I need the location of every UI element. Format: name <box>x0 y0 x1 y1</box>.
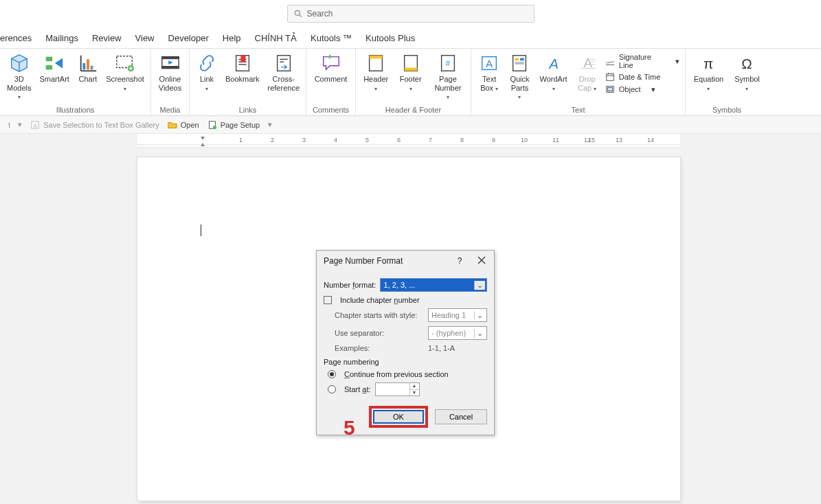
group-label: Text <box>471 104 685 115</box>
tab-kutools-plus[interactable]: Kutools Plus <box>365 33 415 43</box>
btn-label: TextBox ▾ <box>480 75 498 92</box>
bookmark-button[interactable]: Bookmark <box>223 51 262 85</box>
header-icon <box>365 53 386 73</box>
ok-button[interactable]: OK <box>373 410 424 424</box>
screenshot-button[interactable]: Screenshot▾ <box>104 51 146 93</box>
spin-down[interactable]: ▼ <box>410 390 419 396</box>
text-cursor <box>201 225 201 236</box>
group-comments: Comment Comments <box>306 49 356 115</box>
tab-view[interactable]: View <box>135 33 155 43</box>
date-time-button[interactable]: Date & Time <box>604 72 681 82</box>
btn-label: Object <box>619 85 641 93</box>
chevron-down-icon: ⌄ <box>474 329 485 338</box>
text-box-button[interactable]: A TextBox ▾ <box>475 51 503 93</box>
svg-text:9: 9 <box>492 137 495 144</box>
svg-text:#: # <box>446 59 451 67</box>
smartart-button[interactable]: SmartArt <box>36 51 71 85</box>
select-value: - (hyphen) <box>431 329 466 337</box>
svg-text:10: 10 <box>521 137 528 144</box>
number-format-label: Number format: <box>324 281 376 289</box>
signature-line-button[interactable]: Signature Line ▾ <box>604 53 681 69</box>
symbol-button[interactable]: Ω Symbol▾ <box>730 51 764 93</box>
chapter-style-select: Heading 1 ⌄ <box>428 308 487 322</box>
btn-label: DropCap ▾ <box>578 75 596 92</box>
svg-text:3: 3 <box>302 137 306 144</box>
search-box[interactable]: Search <box>287 5 535 23</box>
ruler-ticks: 123 456 789 101112 131415 <box>137 134 680 147</box>
title-bar: Search <box>0 0 821 27</box>
page-number-format-dialog: Page Number Format ? Number format: 1, 2… <box>316 250 495 435</box>
ok-highlight-box: OK <box>369 406 428 428</box>
examples-label: Examples: <box>335 344 424 352</box>
tab-developer[interactable]: Developer <box>168 33 209 43</box>
chart-button[interactable]: Chart <box>75 51 101 85</box>
help-button[interactable]: ? <box>451 256 468 266</box>
select-value: Heading 1 <box>431 311 466 319</box>
btn-label: Comment <box>315 75 348 84</box>
close-button[interactable] <box>473 256 490 266</box>
wordart-icon: A <box>543 53 564 73</box>
svg-rect-48 <box>607 74 614 81</box>
open-button[interactable]: Open <box>168 120 199 130</box>
quickparts-icon <box>509 53 530 73</box>
chevron-down-icon: ▾ <box>675 57 679 66</box>
cancel-button[interactable]: Cancel <box>435 409 487 424</box>
svg-rect-11 <box>91 66 93 70</box>
horizontal-ruler[interactable]: 123 456 789 101112 131415 <box>137 134 680 148</box>
ribbon: 3DModels ▾ SmartArt Chart Screenshot▾ Il… <box>0 49 821 116</box>
examples-value: 1-1, 1-A <box>428 344 455 352</box>
start-at-radio[interactable] <box>328 385 336 393</box>
group-label: Illustrations <box>0 104 150 115</box>
tab-chinh-ta[interactable]: CHÍNH TẢ <box>255 33 297 43</box>
group-symbols: π Equation▾ Ω Symbol▾ Symbols <box>686 49 768 115</box>
page-setup-button[interactable]: Page Setup <box>207 120 260 130</box>
number-format-select[interactable]: 1, 2, 3, ... ⌄ <box>380 278 487 292</box>
tab-help[interactable]: Help <box>223 33 241 43</box>
svg-rect-38 <box>515 58 519 61</box>
spin-up[interactable]: ▲ <box>410 383 419 390</box>
svg-rect-5 <box>46 65 52 70</box>
start-at-input[interactable] <box>376 383 409 396</box>
equation-button[interactable]: π Equation▾ <box>690 51 728 93</box>
svg-point-59 <box>213 125 216 128</box>
comment-button[interactable]: Comment <box>311 51 351 85</box>
online-videos-button[interactable]: OnlineVideos <box>155 51 185 93</box>
start-at-label: Start at: <box>344 385 371 393</box>
quick-parts-button[interactable]: QuickParts ▾ <box>506 51 533 102</box>
svg-text:A: A <box>583 56 592 70</box>
search-placeholder: Search <box>307 9 333 19</box>
link-button[interactable]: Link▾ <box>194 51 220 93</box>
textbox-icon: A <box>479 53 499 73</box>
drop-cap-button[interactable]: A DropCap ▾ <box>573 51 600 93</box>
tab-mailings[interactable]: Mailings <box>45 33 78 43</box>
video-icon <box>160 53 181 73</box>
svg-line-1 <box>299 15 301 17</box>
btn-label: SmartArt <box>39 75 69 84</box>
chevron-down-icon[interactable]: ▾ <box>268 120 272 129</box>
tab-references[interactable]: erences <box>0 33 32 43</box>
include-chapter-checkbox[interactable] <box>324 296 332 304</box>
svg-rect-30 <box>370 56 383 59</box>
annotation-step-number: 5 <box>344 416 355 439</box>
wordart-button[interactable]: A WordArt▾ <box>537 51 571 93</box>
btn-label: WordArt▾ <box>540 75 567 92</box>
start-at-spinner[interactable]: ▲▼ <box>375 382 420 396</box>
include-chapter-label: Include chapter number <box>340 296 420 304</box>
object-button[interactable]: Object ▾ <box>604 84 681 94</box>
svg-text:13: 13 <box>616 137 622 144</box>
calendar-icon <box>605 72 615 82</box>
3d-models-button[interactable]: 3DModels ▾ <box>4 51 34 102</box>
secondary-toolbar: t ▾ A Save Selection to Text Box Gallery… <box>0 116 821 134</box>
continue-radio[interactable] <box>328 370 336 378</box>
btn-label: Symbol▾ <box>734 75 760 92</box>
toolbar-leading-item[interactable]: t ▾ <box>5 120 22 129</box>
footer-button[interactable]: Footer▾ <box>394 51 426 93</box>
page-setup-icon <box>207 120 217 130</box>
search-icon <box>293 9 303 19</box>
tab-kutools[interactable]: Kutools ™ <box>311 33 352 43</box>
btn-label: Header▾ <box>363 75 388 92</box>
cross-reference-button[interactable]: Cross-reference <box>265 51 302 93</box>
tab-review[interactable]: Review <box>92 33 122 43</box>
page-number-button[interactable]: # PageNumber ▾ <box>429 51 466 102</box>
header-button[interactable]: Header▾ <box>360 51 392 93</box>
